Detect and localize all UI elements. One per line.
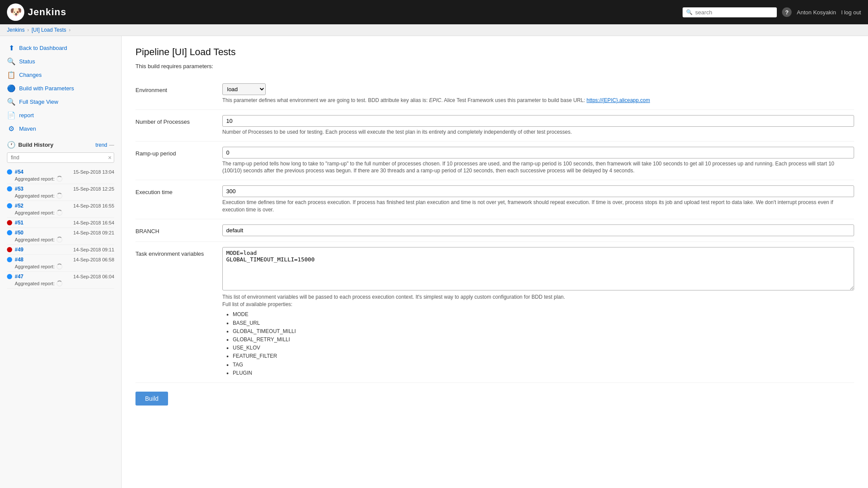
sidebar-item-back[interactable]: ⬆ Back to Dashboard: [0, 41, 121, 55]
param-label-execution: Execution time: [135, 180, 222, 219]
spinner-icon: [56, 193, 63, 199]
build-status-icon: [7, 274, 12, 279]
param-table: Environment load staging production This…: [135, 78, 854, 383]
build-requires-text: This build requires parameters:: [135, 63, 854, 69]
param-label-branch: BRANCH: [135, 219, 222, 241]
param-label-processes: Number of Processes: [135, 109, 222, 141]
param-row-execution: Execution time Execution time defines ti…: [135, 180, 854, 219]
build-history-header: 🕐 Build History trend —: [7, 141, 114, 149]
build-status-icon: [7, 186, 12, 191]
breadcrumb-jenkins[interactable]: Jenkins: [7, 27, 25, 33]
build-history: 🕐 Build History trend — × #54 15-Sep-20: [0, 135, 121, 294]
build-item-row: #47 14-Sep-2018 06:04: [7, 274, 114, 280]
env-vars-textarea[interactable]: MODE=load GLOBAL_TIMEOUT_MILLI=15000: [222, 247, 854, 290]
build-report: Aggregated report:: [7, 210, 114, 216]
build-link[interactable]: #53: [15, 186, 23, 192]
branch-input[interactable]: [222, 224, 854, 236]
param-label-rampup: Ramp-up period: [135, 141, 222, 180]
build-date: 14-Sep-2018 16:54: [73, 220, 114, 225]
help-icon[interactable]: ?: [782, 7, 792, 17]
full-stage-icon: 🔍: [7, 98, 16, 106]
param-field-processes: Number of Processes to be used for testi…: [222, 109, 854, 141]
build-date: 15-Sep-2018 13:04: [73, 169, 114, 175]
build-date: 15-Sep-2018 12:25: [73, 186, 114, 191]
sidebar-link-status[interactable]: 🔍 Status: [0, 55, 121, 68]
build-button[interactable]: Build: [135, 392, 168, 406]
list-item: USE_KLOV: [233, 344, 854, 352]
find-input-wrapper: ×: [7, 152, 114, 163]
list-item: GLOBAL_TIMEOUT_MILLI: [233, 327, 854, 336]
build-link[interactable]: #50: [15, 230, 23, 236]
breadcrumb-load-tests[interactable]: [UI] Load Tests: [32, 27, 66, 33]
build-link[interactable]: #49: [15, 247, 23, 253]
rampup-input[interactable]: [222, 147, 854, 158]
back-icon: ⬆: [7, 44, 16, 52]
sidebar-link-full-stage[interactable]: 🔍 Full Stage View: [0, 95, 121, 109]
build-report: Aggregated report:: [7, 264, 114, 270]
user-name: Anton Kosyakin: [797, 9, 836, 16]
execution-input[interactable]: [222, 185, 854, 197]
param-row-rampup: Ramp-up period The ramp-up period tells …: [135, 141, 854, 180]
header-right: 🔍 ? Anton Kosyakin l log out: [683, 7, 861, 17]
build-link[interactable]: #52: [15, 203, 23, 209]
build-status-icon: [7, 203, 12, 208]
processes-input[interactable]: [222, 115, 854, 127]
breadcrumb: Jenkins › [UI] Load Tests ›: [0, 24, 868, 36]
sidebar-item-build-params[interactable]: 🔵 Build with Parameters: [0, 82, 121, 95]
sidebar-link-changes[interactable]: 📋 Changes: [0, 68, 121, 82]
build-item-row: #50 14-Sep-2018 09:21: [7, 230, 114, 236]
list-item: #51 14-Sep-2018 16:54: [7, 218, 114, 228]
build-status-icon: [7, 169, 12, 175]
find-clear[interactable]: ×: [108, 154, 112, 161]
list-item: MODE: [233, 310, 854, 319]
list-item: #54 15-Sep-2018 13:04 Aggregated report:: [7, 167, 114, 184]
param-label-env-vars: Task environment variables: [135, 241, 222, 382]
build-report: Aggregated report:: [7, 193, 114, 199]
find-input[interactable]: [7, 152, 114, 163]
sidebar-item-report[interactable]: 📄 report: [0, 109, 121, 122]
build-report: Aggregated report:: [7, 280, 114, 287]
rampup-description: The ramp-up period tells how long to tak…: [222, 160, 854, 175]
build-date: 14-Sep-2018 06:58: [73, 257, 114, 262]
logout-link[interactable]: l log out: [841, 9, 861, 16]
build-date: 14-Sep-2018 09:21: [73, 230, 114, 235]
sidebar-item-changes[interactable]: 📋 Changes: [0, 68, 121, 82]
environment-description: This parameter defines what environment …: [222, 97, 854, 104]
build-list: #54 15-Sep-2018 13:04 Aggregated report:…: [7, 167, 114, 289]
sidebar-item-status[interactable]: 🔍 Status: [0, 55, 121, 68]
jenkins-title: Jenkins: [28, 7, 66, 18]
spinner-icon: [56, 237, 63, 243]
sidebar-link-back[interactable]: ⬆ Back to Dashboard: [0, 41, 121, 55]
build-item-row: #52 14-Sep-2018 16:55: [7, 203, 114, 209]
environment-select[interactable]: load staging production: [222, 83, 266, 95]
sidebar-link-build-params[interactable]: 🔵 Build with Parameters: [0, 82, 121, 95]
list-item: #47 14-Sep-2018 06:04 Aggregated report:: [7, 272, 114, 289]
spinner-icon: [56, 176, 63, 182]
breadcrumb-sep-1: ›: [27, 27, 29, 33]
trend-link[interactable]: trend —: [96, 142, 114, 148]
list-item: #53 15-Sep-2018 12:25 Aggregated report:: [7, 184, 114, 201]
status-icon: 🔍: [7, 57, 16, 66]
build-link[interactable]: #54: [15, 169, 23, 175]
build-link[interactable]: #48: [15, 257, 23, 263]
list-item: #49 14-Sep-2018 09:11: [7, 245, 114, 255]
processes-input-wrapper: [222, 115, 854, 127]
build-report: Aggregated report:: [7, 176, 114, 182]
properties-list: MODE BASE_URL GLOBAL_TIMEOUT_MILLI GLOBA…: [222, 310, 854, 377]
build-date: 14-Sep-2018 09:11: [73, 247, 114, 252]
build-status-icon: [7, 257, 12, 262]
sidebar-link-report[interactable]: 📄 report: [0, 109, 121, 122]
build-item-row: #51 14-Sep-2018 16:54: [7, 220, 114, 226]
build-link[interactable]: #51: [15, 220, 23, 226]
sidebar-item-maven[interactable]: ⚙ Maven: [0, 122, 121, 135]
param-field-environment: load staging production This parameter d…: [222, 78, 854, 109]
report-icon: 📄: [7, 111, 16, 119]
sidebar-item-full-stage[interactable]: 🔍 Full Stage View: [0, 95, 121, 109]
sidebar-link-maven[interactable]: ⚙ Maven: [0, 122, 121, 135]
build-history-icon: 🕐: [7, 141, 16, 149]
search-input[interactable]: [695, 9, 773, 16]
build-link[interactable]: #47: [15, 274, 23, 280]
build-report: Aggregated report:: [7, 237, 114, 243]
param-field-rampup: The ramp-up period tells how long to tak…: [222, 141, 854, 180]
param-row-branch: BRANCH: [135, 219, 854, 241]
